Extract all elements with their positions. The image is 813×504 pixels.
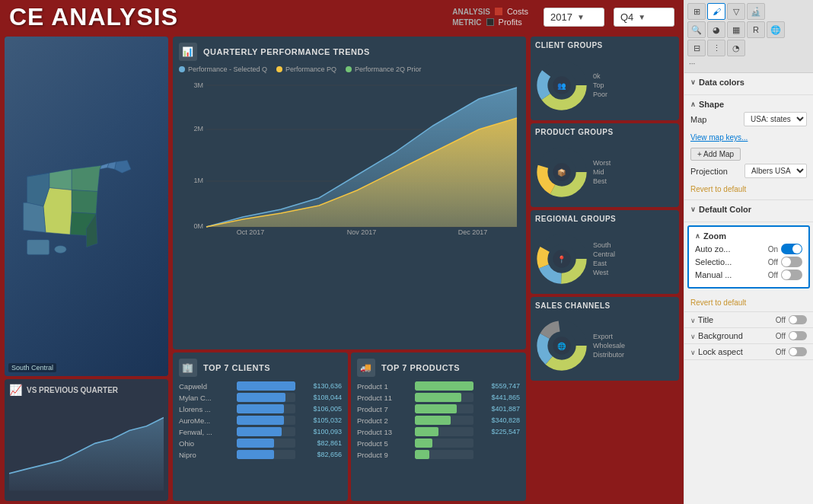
year-dropdown[interactable]: 2017 ▼: [544, 8, 604, 27]
analysis-label: ANALYSIS: [452, 8, 490, 16]
title-toggle[interactable]: [789, 315, 807, 324]
panel-icon-filter[interactable]: ▽: [727, 3, 745, 20]
panel-icon-r[interactable]: R: [747, 21, 765, 38]
clients-title: 🏢 TOP 7 CLIENTS: [179, 359, 342, 377]
client-bar-container: [237, 404, 295, 413]
list-item: Product 2 $340,828: [357, 416, 520, 425]
regional-groups-chart: 📍 South Central East West: [535, 228, 674, 289]
client-bar: [237, 416, 284, 425]
projection-select[interactable]: Albers USA: [744, 164, 807, 178]
svg-text:0M: 0M: [193, 222, 203, 230]
list-item: Product 5: [357, 439, 520, 448]
bottom-row: 🏢 TOP 7 CLIENTS Capweld $130,636 Mylan C…: [173, 352, 526, 501]
panel-icon-globe[interactable]: 🌐: [767, 21, 785, 38]
revert-link-2[interactable]: Revert to default: [690, 298, 746, 307]
page-title: CE ANALYSIS: [9, 3, 178, 31]
auto-zoom-toggle[interactable]: [781, 244, 802, 254]
manual-row: Manual ... Off: [695, 270, 802, 280]
product-name: Product 5: [357, 439, 410, 448]
panel-icon-table[interactable]: ⊟: [687, 40, 706, 56]
client-value: $105,032: [300, 416, 342, 424]
client-bar-container: [237, 439, 295, 448]
client-name: Mylan C...: [179, 394, 232, 402]
panel-toolbar-row-1: ⊞ 🖌 ▽ 🔬: [687, 3, 810, 20]
products-title: 🚚 TOP 7 PRODUCTS: [357, 359, 520, 377]
panel-icon-grid[interactable]: ⊞: [687, 3, 706, 20]
trend-legend: Performance - Selected Q Performance PQ …: [179, 65, 520, 73]
manual-state: Off: [768, 271, 778, 279]
quarter-dropdown[interactable]: Q4 ▼: [614, 8, 674, 27]
product-bar-container: [415, 393, 473, 402]
legend-dot-1: [179, 66, 185, 72]
chart-svg: 3M 2M 1M 0M: [179, 76, 520, 236]
title-knob: [789, 316, 797, 324]
list-item: Ohio $82,861: [179, 439, 342, 448]
view-map-keys-row: View map keys...: [690, 129, 807, 143]
product-bar: [415, 450, 429, 459]
background-knob: [789, 332, 797, 340]
clients-table: Capweld $130,636 Mylan C... $108,044 Llo…: [179, 381, 342, 459]
metric-label: METRIC: [452, 18, 481, 27]
zoom-header[interactable]: ∧ Zoom: [695, 231, 802, 241]
legend-item-2: Performance PQ: [276, 65, 336, 73]
panel-icon-analytics[interactable]: 🔬: [747, 3, 765, 20]
right-column: CLIENT GROUPS 👥 0k Top Poor: [531, 37, 679, 501]
view-map-keys-link[interactable]: View map keys...: [690, 133, 748, 142]
product-bar-container: [415, 427, 473, 436]
products-card: 🚚 TOP 7 PRODUCTS Product 1 $559,747 Prod…: [351, 352, 526, 501]
map-select[interactable]: USA: states: [744, 112, 807, 126]
panel-icon-funnel[interactable]: ⋮: [707, 40, 725, 56]
selection-toggle[interactable]: [781, 257, 802, 267]
revert-section-2: Revert to default: [684, 292, 813, 312]
product-bar: [415, 404, 457, 413]
title-row: ∨ Title Off: [684, 312, 813, 328]
product-bar-container: [415, 416, 473, 425]
list-item: AuroMe... $105,032: [179, 416, 342, 425]
panel-icon-bar[interactable]: ▦: [727, 21, 745, 38]
svg-text:📍: 📍: [557, 254, 566, 263]
client-value: $106,005: [300, 405, 342, 413]
panel-icon-format[interactable]: 🖌: [707, 3, 725, 20]
selection-knob: [782, 257, 791, 266]
legend-item-1: Performance - Selected Q: [179, 65, 267, 73]
product-groups-card: PRODUCT GROUPS 📦 Worst Mid Best: [531, 123, 679, 207]
map-svg: [12, 142, 161, 271]
default-color-header[interactable]: ∨ Default Color: [690, 205, 807, 214]
background-toggle[interactable]: [789, 331, 807, 340]
data-colors-header[interactable]: ∨ Data colors: [690, 78, 807, 87]
client-groups-title: CLIENT GROUPS: [535, 41, 674, 49]
manual-toggle[interactable]: [781, 270, 802, 280]
product-name: Product 2: [357, 416, 410, 425]
svg-text:Nov 2017: Nov 2017: [347, 228, 377, 236]
panel-icon-search[interactable]: 🔍: [687, 21, 706, 38]
revert-link-1[interactable]: Revert to default: [690, 185, 746, 193]
background-row-label: ∨ Background: [690, 331, 743, 340]
client-bar-container: [237, 416, 295, 425]
shape-header[interactable]: ∧ Shape: [690, 100, 807, 109]
client-groups-donut: 👥: [535, 59, 588, 112]
clients-card: 🏢 TOP 7 CLIENTS Capweld $130,636 Mylan C…: [173, 352, 348, 501]
product-name: Product 1: [357, 382, 410, 391]
clients-icon: 🏢: [179, 359, 197, 377]
add-map-button[interactable]: + Add Map: [690, 148, 741, 161]
svg-text:1M: 1M: [193, 177, 203, 184]
client-bar-container: [237, 393, 295, 402]
client-value: $108,044: [300, 394, 342, 401]
product-bar: [415, 381, 473, 391]
map-field-row: Map USA: states: [690, 112, 807, 126]
client-bar: [237, 393, 285, 402]
content: □ ···: [0, 33, 684, 504]
selection-label: Selectio...: [695, 257, 732, 266]
svg-text:Dec 2017: Dec 2017: [458, 228, 488, 236]
product-groups-donut: 📦: [535, 145, 588, 199]
panel-toolbar-row-2: 🔍 ◕ ▦ R 🌐: [687, 21, 810, 38]
list-item: Nipro $82,656: [179, 450, 342, 459]
panel-icon-data[interactable]: ◔: [727, 40, 745, 56]
panel-icon-pie[interactable]: ◕: [707, 21, 725, 38]
lock-aspect-toggle[interactable]: [789, 347, 807, 356]
lock-aspect-label: ∨ Lock aspect: [690, 347, 743, 356]
sales-channels-donut: 🌐: [535, 319, 588, 372]
sales-channels-labels: Export Wholesale Distributor: [593, 333, 625, 359]
sales-channels-title: SALES CHANNELS: [535, 301, 674, 310]
product-name: Product 9: [357, 451, 410, 459]
